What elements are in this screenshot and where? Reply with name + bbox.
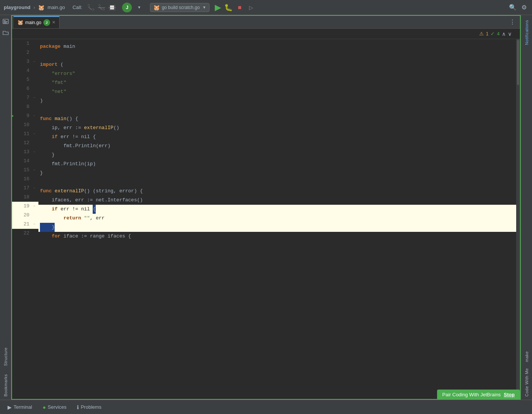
user-avatar[interactable]: J xyxy=(122,3,132,12)
line-num-14: 14 xyxy=(12,157,32,166)
line-num-9: 9 xyxy=(12,111,32,120)
fold-15[interactable]: − xyxy=(32,166,37,175)
warning-icon: ⚠ xyxy=(479,31,484,37)
services-label: Services xyxy=(48,404,67,410)
pair-coding-banner: Pair Coding With JetBrains Stop xyxy=(437,390,520,400)
editor-area: 🐹 main.go J ✕ ⋮ ⚠ 1 ✓ 4 ∧ ∨ xyxy=(11,15,521,400)
line-num-7: 7 xyxy=(12,93,32,102)
file-tab-icon: 🐹 xyxy=(38,5,44,11)
terminal-icon: ▶ xyxy=(8,404,12,410)
code-line-10: ip, err := externalIP() xyxy=(38,123,516,132)
code-header: ⚠ 1 ✓ 4 ∧ ∨ xyxy=(12,29,520,39)
code-line-2 xyxy=(38,51,516,60)
user-menu-arrow[interactable]: ▼ xyxy=(135,3,143,12)
nav-down-arrow[interactable]: ∨ xyxy=(508,31,512,37)
problems-icon: ℹ xyxy=(77,404,79,410)
search-button[interactable]: 🔍 xyxy=(509,3,517,12)
code-line-3: import ( xyxy=(38,60,516,69)
run-button[interactable]: ▶ xyxy=(215,3,221,12)
call-icon-2[interactable]: 📞 xyxy=(97,3,105,12)
settings-button[interactable]: ⚙ xyxy=(520,3,528,12)
fold-11[interactable]: − xyxy=(32,129,37,139)
line-num-16: 16 xyxy=(12,175,32,184)
scrollbar-thumb[interactable] xyxy=(517,40,519,85)
profile-button[interactable]: ▷ xyxy=(247,3,255,12)
fold-21[interactable]: − xyxy=(32,220,37,229)
check-count: 4 xyxy=(497,31,500,37)
project-icon[interactable] xyxy=(1,17,10,26)
code-line-22: for iface := range ifaces { xyxy=(38,232,516,241)
pair-coding-stop-button[interactable]: Stop xyxy=(504,392,515,397)
code-line-18: ifaces, err := net.Interfaces() xyxy=(38,196,516,205)
line-num-15: 15 xyxy=(12,166,32,175)
code-line-6: "net" xyxy=(38,87,516,96)
tab-more-button[interactable]: ⋮ xyxy=(506,18,518,26)
code-line-8 xyxy=(38,105,516,114)
code-line-20: return "", err xyxy=(38,214,516,223)
fold-3[interactable]: − xyxy=(32,57,37,66)
code-editor[interactable]: 1 2 3 − xyxy=(12,39,520,399)
code-line-1: package main xyxy=(38,42,516,51)
line-num-10: 10 xyxy=(12,120,32,129)
make-panel[interactable]: make xyxy=(524,348,529,365)
problems-tab[interactable]: ℹ Problems xyxy=(72,403,106,412)
line-num-17: 17 xyxy=(12,184,32,193)
svg-rect-1 xyxy=(4,20,6,21)
line-num-21: 21 xyxy=(12,220,32,229)
notifications-panel[interactable]: Notifications xyxy=(524,17,529,48)
line-num-2: 2 xyxy=(12,48,32,57)
tab-bar: 🐹 main.go J ✕ ⋮ xyxy=(12,16,520,29)
fold-17[interactable]: − xyxy=(32,184,37,193)
folder-icon[interactable] xyxy=(1,28,10,37)
editor-scrollbar[interactable] xyxy=(516,39,520,399)
warning-count: 1 xyxy=(486,31,489,37)
code-line-21: } xyxy=(38,223,516,232)
build-button[interactable]: 🐹 go build scratch.go ▼ xyxy=(150,3,209,12)
tab-go-icon: 🐹 xyxy=(17,20,23,25)
line-num-13: 13 xyxy=(12,148,32,157)
debug-button[interactable]: 🐛 xyxy=(224,3,232,12)
code-line-17: func externalIP() (string, error) { xyxy=(38,187,516,196)
project-breadcrumb[interactable]: playground xyxy=(4,5,31,10)
code-line-13: } xyxy=(38,151,516,160)
fold-9[interactable]: − xyxy=(32,111,37,120)
pair-coding-text: Pair Coding With JetBrains xyxy=(442,392,501,397)
line-num-12: 12 xyxy=(12,139,32,148)
code-line-15: } xyxy=(38,169,516,178)
stop-button[interactable]: ■ xyxy=(235,3,244,12)
titlebar: playground › 🐹 main.go Call: 📞 📞 🔲 J ▼ 🐹… xyxy=(0,0,532,15)
call-icon-3[interactable]: 🔲 xyxy=(108,3,116,12)
fold-13[interactable]: − xyxy=(32,148,37,157)
code-line-5: "fmt" xyxy=(38,78,516,87)
tab-filename: main.go xyxy=(25,20,41,25)
code-line-16 xyxy=(38,178,516,187)
services-icon: ● xyxy=(43,404,46,410)
line-num-20: 20 xyxy=(12,211,32,220)
code-line-9: func main() { xyxy=(38,114,516,123)
fold-19[interactable]: − xyxy=(32,202,37,211)
run-gutter-9[interactable]: ▶ xyxy=(12,111,14,120)
fold-7[interactable]: − xyxy=(32,93,37,102)
tab-close-button[interactable]: ✕ xyxy=(52,20,55,25)
call-icon-1[interactable]: 📞 xyxy=(87,3,95,12)
code-content[interactable]: package main import ( "errors" "fm xyxy=(38,39,516,399)
bookmarks-label[interactable]: Bookmarks xyxy=(1,371,10,400)
terminal-label: Terminal xyxy=(14,404,32,410)
breadcrumb-filename[interactable]: main.go xyxy=(47,5,65,10)
line-num-4: 4 xyxy=(12,66,32,75)
code-line-4: "errors" xyxy=(38,69,516,78)
services-tab[interactable]: ● Services xyxy=(38,403,71,412)
svg-rect-3 xyxy=(4,23,7,23)
call-label: Call: xyxy=(72,5,82,10)
line-num-18: 18 xyxy=(12,193,32,202)
structure-label[interactable]: Structure xyxy=(1,344,10,369)
line-num-6: 6 xyxy=(12,84,32,93)
code-line-14: fmt.Println(ip) xyxy=(38,160,516,169)
nav-up-arrow[interactable]: ∧ xyxy=(502,31,506,37)
tab-user-avatar: J xyxy=(43,19,50,26)
line-num-8: 8 xyxy=(12,102,32,111)
code-with-me-panel[interactable]: Code With Me xyxy=(524,365,529,400)
terminal-tab[interactable]: ▶ Terminal xyxy=(3,403,37,412)
right-sidebar: Notifications make Code With Me xyxy=(521,15,532,400)
tab-main-go[interactable]: 🐹 main.go J ✕ xyxy=(14,16,60,28)
